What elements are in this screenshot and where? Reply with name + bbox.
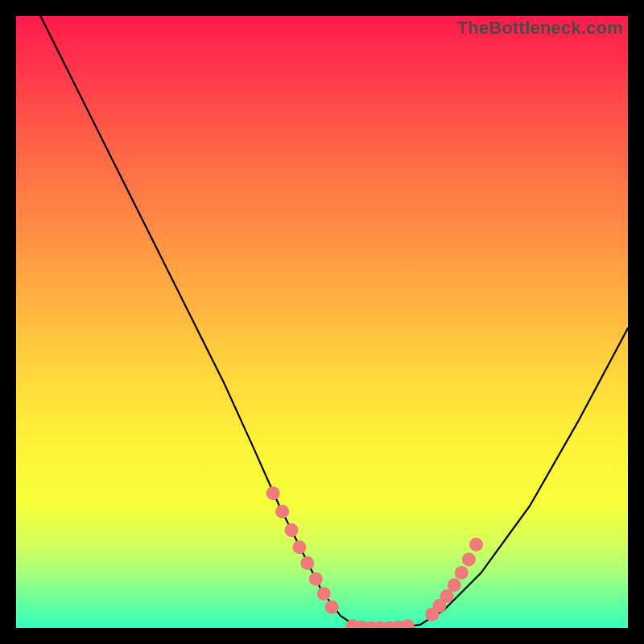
chart-frame: TheBottleneck.com [0,0,644,644]
left-cluster-dot [285,523,299,537]
left-cluster-dot [325,601,339,614]
bottom-cluster-dot [401,619,415,628]
right-cluster-dot [462,552,476,566]
left-cluster-dot [275,505,289,518]
left-cluster-dot [292,540,306,554]
left-cluster-dot [300,556,314,570]
curve-svg [16,16,628,628]
right-cluster-dot [455,566,469,580]
right-cluster-dot [469,538,483,551]
left-cluster-dot [309,572,323,586]
right-cluster-dot [448,578,461,592]
marker-group [266,486,483,628]
left-cluster-dot [317,587,331,601]
bottleneck-curve [40,16,628,628]
left-cluster-dot [266,486,280,500]
